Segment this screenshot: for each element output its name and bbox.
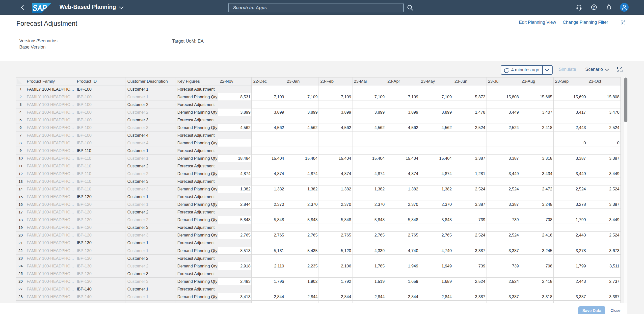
svg-text:?: ? bbox=[593, 5, 595, 10]
svg-text:SAP: SAP bbox=[33, 3, 47, 13]
